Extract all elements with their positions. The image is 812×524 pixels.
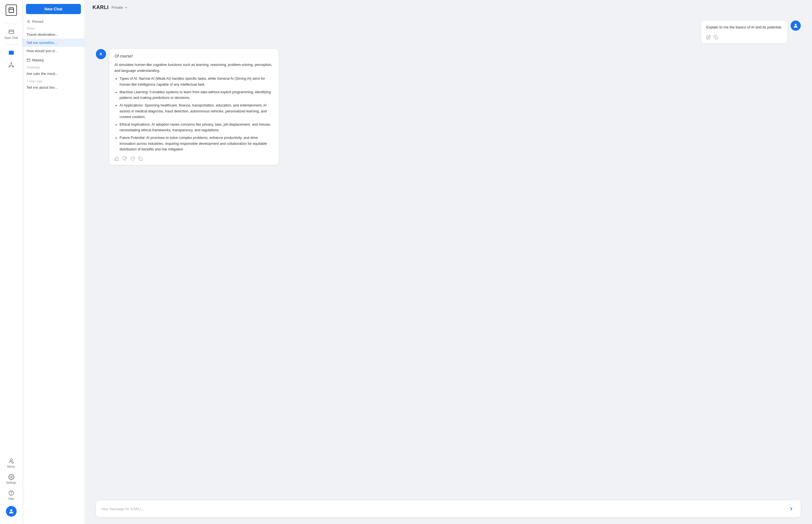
bot-body: AI simulates human-like cognitive functi… xyxy=(114,62,273,152)
thumbs-down-icon[interactable] xyxy=(122,157,127,161)
pinned-section-label: Pinned xyxy=(22,18,84,25)
user-message-text: Explain to me the basics of AI and its p… xyxy=(706,24,782,30)
yesterday-label: Yesterday xyxy=(22,64,84,70)
send-button[interactable] xyxy=(786,504,796,513)
chat-item-tellabout[interactable]: Tell me about the... xyxy=(22,83,84,92)
svg-point-11 xyxy=(10,459,12,461)
help-label: Help xyxy=(8,497,14,500)
seven-days-label: 7 Days ago xyxy=(22,78,84,83)
svg-rect-24 xyxy=(140,158,142,161)
thumbs-up-icon[interactable] xyxy=(114,157,119,161)
input-box xyxy=(96,500,801,517)
svg-rect-2 xyxy=(9,30,14,34)
copy-icon[interactable] xyxy=(714,35,718,39)
pin-icon xyxy=(27,20,30,24)
chat-icon xyxy=(8,29,14,35)
sidebar-item-settings[interactable]: Settings xyxy=(0,471,22,487)
svg-rect-18 xyxy=(27,59,30,61)
privacy-badge[interactable]: Private xyxy=(112,5,128,10)
bot-points-list: Types of AI: Narrow AI (Weak AI) handles… xyxy=(114,76,273,152)
main-chat-area: KARLI Private Explain to me the basics o… xyxy=(84,0,812,524)
svg-point-17 xyxy=(10,509,12,511)
bot-response-actions xyxy=(114,155,273,161)
today-label: Today xyxy=(22,25,84,30)
app-logo xyxy=(6,4,17,16)
history-label: History xyxy=(32,58,44,62)
chat-header: KARLI Private xyxy=(84,0,812,15)
sidebar-divider-mid xyxy=(4,45,18,45)
svg-rect-4 xyxy=(9,51,14,55)
settings-label: Settings xyxy=(6,481,16,484)
svg-line-10 xyxy=(11,65,13,66)
sidebar-item-open-chat[interactable]: Open Chat xyxy=(0,26,22,42)
bot-message-row: K Of course! AI simulates human-like cog… xyxy=(96,49,801,165)
history-section-label: History xyxy=(22,56,84,64)
send-icon xyxy=(788,506,794,512)
bot-point: Future Potential: AI promises to solve c… xyxy=(120,135,273,152)
svg-line-9 xyxy=(9,65,11,66)
user-bubble-actions xyxy=(706,33,782,39)
svg-point-12 xyxy=(12,462,13,463)
chevron-down-icon xyxy=(124,6,128,10)
sidebar-item-help[interactable]: Help xyxy=(0,487,22,503)
copy-response-icon[interactable] xyxy=(138,157,143,161)
svg-point-16 xyxy=(11,494,11,494)
user-message-row: Explain to me the basics of AI and its p… xyxy=(701,20,801,44)
svg-point-6 xyxy=(9,66,10,67)
chat-item-cats[interactable]: Are cats the most... xyxy=(22,70,84,78)
history-icon xyxy=(27,58,30,62)
settings-icon xyxy=(8,474,14,480)
refresh-icon[interactable] xyxy=(130,157,135,161)
messages-area: Explain to me the basics of AI and its p… xyxy=(84,15,812,496)
svg-point-23 xyxy=(795,24,797,26)
sidebar-item-admin[interactable]: Admin xyxy=(0,455,22,471)
chat-item-how[interactable]: How would you d... xyxy=(22,47,84,55)
logo-icon xyxy=(8,7,14,13)
privacy-label: Private xyxy=(112,5,123,10)
bot-point: Types of AI: Narrow AI (Weak AI) handles… xyxy=(120,76,273,87)
message-input[interactable] xyxy=(101,507,784,511)
chat-item-travel[interactable]: Travel destination... xyxy=(22,30,84,38)
icon-sidebar: Open Chat Admin Settings xyxy=(0,0,22,524)
svg-rect-22 xyxy=(715,37,718,39)
admin-label: Admin xyxy=(7,465,15,468)
branches-icon xyxy=(8,62,14,68)
bot-point: Ethical Implications: AI adoption raises… xyxy=(120,122,273,133)
svg-rect-0 xyxy=(9,8,14,13)
edit-icon[interactable] xyxy=(706,35,711,39)
bot-intro: AI simulates human-like cognitive functi… xyxy=(114,63,272,73)
help-icon xyxy=(8,490,14,496)
open-chat-label: Open Chat xyxy=(4,36,18,39)
user-icon xyxy=(8,508,14,514)
bot-avatar: K xyxy=(96,49,106,59)
input-area xyxy=(84,496,812,524)
svg-point-7 xyxy=(12,66,14,67)
user-avatar-sidebar[interactable] xyxy=(6,506,17,517)
chat-item-tell[interactable]: Tell me somethin... xyxy=(22,38,84,47)
svg-point-14 xyxy=(11,476,12,478)
active-chat-icon xyxy=(8,50,14,56)
bot-point: Machine Learning: It enables systems to … xyxy=(120,89,273,101)
bot-point: AI Applications: Spanning healthcare, fi… xyxy=(120,102,273,120)
bot-name: KARLI xyxy=(93,4,109,11)
user-bubble: Explain to me the basics of AI and its p… xyxy=(701,20,787,44)
admin-icon xyxy=(8,458,14,464)
svg-point-5 xyxy=(11,63,12,64)
user-avatar xyxy=(791,20,801,31)
logo-area xyxy=(6,4,17,16)
user-avatar-icon xyxy=(793,23,798,29)
new-chat-button[interactable]: New Chat xyxy=(26,4,81,14)
sidebar-item-branches[interactable] xyxy=(0,59,22,71)
chat-panel: New Chat Pinned Today Travel destination… xyxy=(22,0,84,524)
sidebar-item-current[interactable] xyxy=(0,47,22,59)
bot-bubble: Of course! AI simulates human-like cogni… xyxy=(109,49,278,165)
bot-greeting: Of course! xyxy=(114,53,273,59)
pinned-label: Pinned xyxy=(32,20,44,24)
